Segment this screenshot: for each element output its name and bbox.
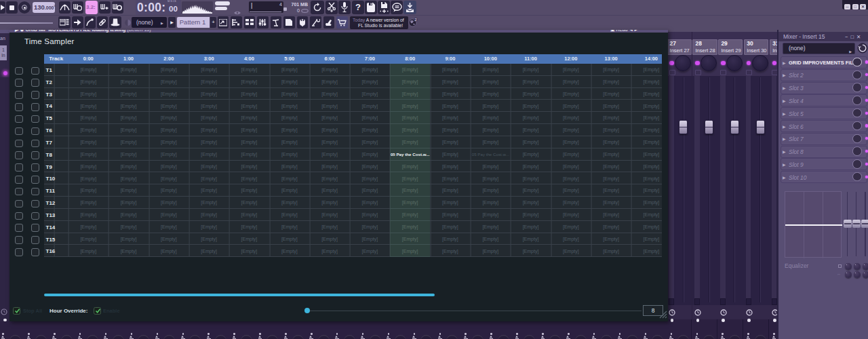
svg-text:2: 2 — [414, 18, 416, 22]
